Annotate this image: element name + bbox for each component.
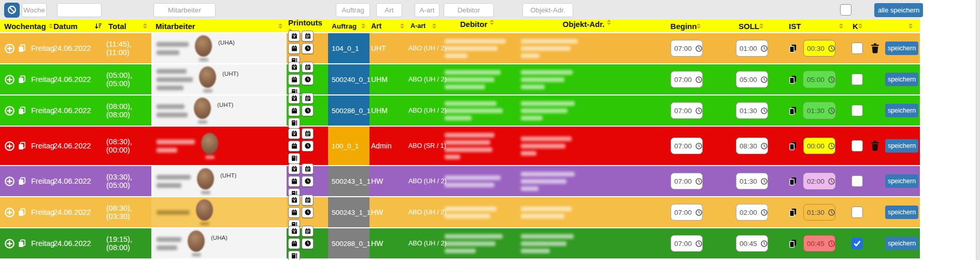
begin-time-input[interactable] [671, 40, 703, 57]
printout-clock-button[interactable] [302, 141, 314, 152]
delete-button[interactable] [871, 43, 879, 53]
column-header-debitor[interactable]: Debitor [441, 20, 516, 32]
duplicate-icon[interactable] [18, 44, 26, 53]
save-button[interactable]: speichern [885, 139, 918, 153]
printout-clock-button[interactable] [302, 74, 314, 85]
filter-wochentag-input[interactable] [22, 3, 47, 17]
begin-time-input[interactable] [671, 235, 703, 252]
select-all-checkbox[interactable] [840, 4, 851, 16]
soll-time-input[interactable] [736, 173, 768, 189]
printout-calendar-day-button[interactable] [288, 93, 300, 104]
column-header-art[interactable]: Art [370, 20, 408, 32]
printout-calendar-week-button[interactable] [302, 226, 314, 237]
k-checkbox[interactable] [851, 207, 863, 218]
column-header-auftrag[interactable]: Auftrag [328, 20, 370, 32]
column-header-k[interactable]: K [847, 20, 867, 32]
printout-clock-button[interactable] [302, 207, 314, 218]
ist-time-input[interactable] [803, 40, 835, 57]
begin-time-input[interactable] [671, 138, 703, 154]
copy-soll-to-ist-icon[interactable] [789, 106, 797, 115]
add-icon[interactable] [4, 207, 15, 218]
sort-amount-icon[interactable] [94, 23, 102, 30]
copy-soll-to-ist-icon[interactable] [789, 44, 797, 53]
printout-clock-button[interactable] [302, 238, 314, 249]
vertical-scrollbar[interactable] [976, 0, 980, 260]
filter-auftrag-input[interactable] [336, 3, 370, 17]
save-button[interactable]: speichern [885, 73, 918, 86]
copy-soll-to-ist-icon[interactable] [789, 75, 797, 84]
soll-time-input[interactable] [736, 102, 768, 119]
printout-calendar-week-button[interactable] [302, 62, 314, 73]
printout-calendar-week-button[interactable] [302, 128, 314, 139]
sort-icon[interactable] [278, 23, 282, 29]
duplicate-icon[interactable] [18, 177, 26, 186]
begin-time-input[interactable] [671, 102, 703, 119]
copy-soll-to-ist-icon[interactable] [789, 208, 797, 217]
column-header-a-art[interactable]: A-art [408, 20, 441, 32]
copy-soll-to-ist-icon[interactable] [789, 177, 797, 186]
printout-calendar-week-button[interactable] [302, 31, 314, 42]
soll-time-input[interactable] [736, 204, 768, 221]
save-button[interactable]: speichern [885, 206, 918, 219]
copy-soll-to-ist-icon[interactable] [789, 239, 797, 248]
column-header-soll[interactable]: SOLL [716, 20, 788, 32]
ist-time-input[interactable] [803, 138, 835, 154]
printout-calendar-month-button[interactable] [288, 207, 300, 218]
k-checkbox[interactable] [851, 140, 863, 152]
filter-art-input[interactable] [376, 3, 402, 17]
duplicate-icon[interactable] [18, 239, 26, 248]
add-icon[interactable] [4, 43, 15, 54]
column-header-mitarbeiter[interactable]: Mitarbeiter [151, 20, 287, 32]
sort-icon[interactable] [697, 23, 701, 29]
printout-calendar-month-button[interactable] [288, 176, 300, 187]
soll-time-input[interactable] [736, 40, 768, 57]
printout-calendar-day-button[interactable] [288, 128, 300, 139]
printout-journal-button[interactable] [288, 251, 300, 260]
printout-calendar-day-button[interactable] [288, 31, 300, 42]
printout-calendar-day-button[interactable] [288, 62, 300, 73]
clear-filters-button[interactable] [4, 3, 20, 18]
sort-icon[interactable] [908, 23, 913, 29]
add-icon[interactable] [4, 238, 15, 249]
printout-calendar-month-button[interactable] [288, 238, 300, 249]
printout-clock-button[interactable] [302, 43, 314, 54]
sort-icon[interactable] [490, 20, 494, 25]
sort-icon[interactable] [759, 23, 763, 29]
save-button[interactable]: speichern [885, 104, 918, 117]
printout-calendar-day-button[interactable] [288, 195, 300, 206]
sort-icon[interactable] [400, 23, 404, 29]
add-icon[interactable] [4, 105, 15, 116]
copy-soll-to-ist-icon[interactable] [789, 142, 797, 150]
printout-journal-button[interactable] [288, 153, 300, 164]
printout-calendar-day-button[interactable] [288, 226, 300, 237]
filter-debitor-input[interactable] [444, 3, 494, 17]
ist-time-input[interactable] [803, 204, 835, 221]
printout-calendar-week-button[interactable] [302, 163, 314, 174]
sort-icon[interactable] [607, 20, 611, 25]
sort-icon[interactable] [839, 23, 843, 29]
printout-calendar-month-button[interactable] [288, 74, 300, 85]
printout-clock-button[interactable] [302, 176, 314, 187]
k-checkbox[interactable] [851, 105, 863, 116]
column-header-wochentag[interactable]: Wochentag [0, 20, 52, 32]
save-button[interactable]: speichern [885, 174, 918, 188]
save-button[interactable]: speichern [885, 237, 918, 250]
add-icon[interactable] [4, 176, 15, 187]
printout-calendar-week-button[interactable] [302, 195, 314, 206]
duplicate-icon[interactable] [18, 106, 26, 115]
printout-calendar-day-button[interactable] [288, 163, 300, 174]
ist-time-input[interactable] [803, 173, 835, 189]
printout-calendar-month-button[interactable] [288, 105, 300, 116]
sort-icon[interactable] [143, 23, 147, 29]
delete-button[interactable] [871, 141, 879, 151]
column-header-beginn[interactable]: Beginn [657, 20, 716, 32]
save-all-button[interactable]: alle speichern [874, 3, 923, 17]
begin-time-input[interactable] [671, 71, 703, 88]
column-header-total[interactable]: Total [106, 20, 151, 32]
duplicate-icon[interactable] [18, 208, 26, 217]
filter-datum-input[interactable] [57, 3, 102, 17]
save-button[interactable]: speichern [885, 42, 918, 55]
soll-time-input[interactable] [736, 235, 768, 252]
add-icon[interactable] [4, 74, 15, 85]
printout-calendar-month-button[interactable] [288, 43, 300, 54]
